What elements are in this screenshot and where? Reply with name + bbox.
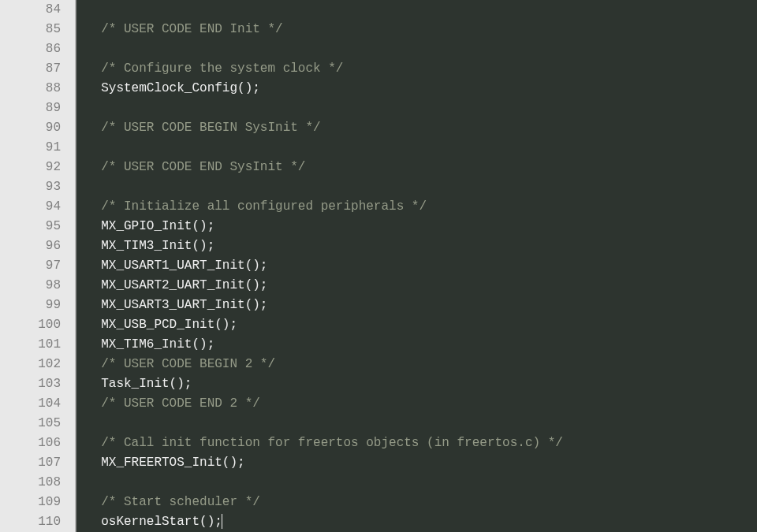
line-number: 85: [0, 20, 63, 39]
line-number: 108: [0, 473, 63, 493]
code-line[interactable]: MX_TIM6_Init();: [76, 335, 757, 355]
line-number: 88: [0, 79, 63, 99]
code-line[interactable]: MX_GPIO_Init();: [76, 217, 757, 236]
code-area[interactable]: /* USER CODE END Init */ /* Configure th…: [76, 0, 757, 532]
code-line[interactable]: /* Initialize all configured peripherals…: [76, 197, 757, 217]
code-line[interactable]: MX_USB_PCD_Init();: [76, 315, 757, 335]
line-number: 104: [0, 394, 63, 414]
line-number: 100: [0, 315, 63, 335]
comment-token: /* USER CODE END SysInit */: [101, 160, 305, 174]
code-token: SystemClock_Config();: [101, 81, 260, 95]
code-line[interactable]: [76, 39, 757, 59]
code-token: osKernelStart();: [101, 515, 222, 529]
code-line[interactable]: [76, 138, 757, 158]
line-number: 89: [0, 99, 63, 118]
line-number: 97: [0, 256, 63, 276]
comment-token: /* Start scheduler */: [101, 495, 260, 509]
line-number: 99: [0, 296, 63, 315]
line-number: 86: [0, 39, 63, 59]
line-number: 87: [0, 59, 63, 79]
code-line[interactable]: [76, 99, 757, 118]
line-number: 103: [0, 374, 63, 394]
code-line[interactable]: SystemClock_Config();: [76, 79, 757, 99]
line-number: 107: [0, 453, 63, 473]
code-line[interactable]: Task_Init();: [76, 374, 757, 394]
code-token: MX_USART2_UART_Init();: [101, 278, 267, 292]
line-number: 96: [0, 236, 63, 256]
gutter-margin: [63, 0, 76, 532]
code-line[interactable]: MX_TIM3_Init();: [76, 236, 757, 256]
code-line[interactable]: [76, 0, 757, 20]
code-line[interactable]: [76, 177, 757, 197]
code-editor: 8485868788899091929394959697989910010110…: [0, 0, 757, 532]
line-number: 92: [0, 158, 63, 177]
line-number: 91: [0, 138, 63, 158]
line-number: 98: [0, 276, 63, 296]
line-number: 94: [0, 197, 63, 217]
line-number: 105: [0, 414, 63, 433]
text-caret: [222, 514, 222, 529]
code-line[interactable]: /* USER CODE END Init */: [76, 20, 757, 39]
code-token: MX_USART1_UART_Init();: [101, 259, 267, 273]
line-number: 101: [0, 335, 63, 355]
code-line[interactable]: MX_FREERTOS_Init();: [76, 453, 757, 473]
code-line[interactable]: [76, 414, 757, 433]
code-token: MX_FREERTOS_Init();: [101, 456, 244, 470]
code-token: MX_USART3_UART_Init();: [101, 298, 267, 312]
line-number: 102: [0, 355, 63, 374]
comment-token: /* Call init function for freertos objec…: [101, 436, 563, 450]
code-line[interactable]: [76, 473, 757, 493]
line-number: 90: [0, 118, 63, 138]
line-number: 93: [0, 177, 63, 197]
code-token: MX_GPIO_Init();: [101, 219, 214, 233]
code-line[interactable]: /* USER CODE BEGIN 2 */: [76, 355, 757, 374]
line-number: 109: [0, 493, 63, 512]
code-line[interactable]: /* Start scheduler */: [76, 493, 757, 512]
comment-token: /* USER CODE END Init */: [101, 22, 282, 36]
code-line[interactable]: /* Call init function for freertos objec…: [76, 433, 757, 453]
line-number: 95: [0, 217, 63, 236]
code-line[interactable]: /* USER CODE END SysInit */: [76, 158, 757, 177]
code-line[interactable]: /* USER CODE END 2 */: [76, 394, 757, 414]
comment-token: /* Configure the system clock */: [101, 61, 343, 76]
line-number-gutter: 8485868788899091929394959697989910010110…: [0, 0, 63, 532]
code-token: MX_TIM3_Init();: [101, 239, 214, 253]
code-line[interactable]: MX_USART2_UART_Init();: [76, 276, 757, 296]
line-number: 84: [0, 0, 63, 20]
code-line[interactable]: MX_USART1_UART_Init();: [76, 256, 757, 276]
line-number: 110: [0, 512, 63, 532]
comment-token: /* Initialize all configured peripherals…: [101, 199, 427, 214]
comment-token: /* USER CODE END 2 */: [101, 396, 260, 411]
code-line[interactable]: MX_USART3_UART_Init();: [76, 296, 757, 315]
code-line[interactable]: /* USER CODE BEGIN SysInit */: [76, 118, 757, 138]
code-token: Task_Init();: [101, 377, 192, 391]
code-line[interactable]: osKernelStart();: [76, 512, 757, 532]
code-token: MX_TIM6_Init();: [101, 337, 214, 352]
code-token: MX_USB_PCD_Init();: [101, 318, 237, 332]
comment-token: /* USER CODE BEGIN SysInit */: [101, 121, 320, 135]
comment-token: /* USER CODE BEGIN 2 */: [101, 357, 275, 371]
line-number: 106: [0, 433, 63, 453]
code-line[interactable]: /* Configure the system clock */: [76, 59, 757, 79]
